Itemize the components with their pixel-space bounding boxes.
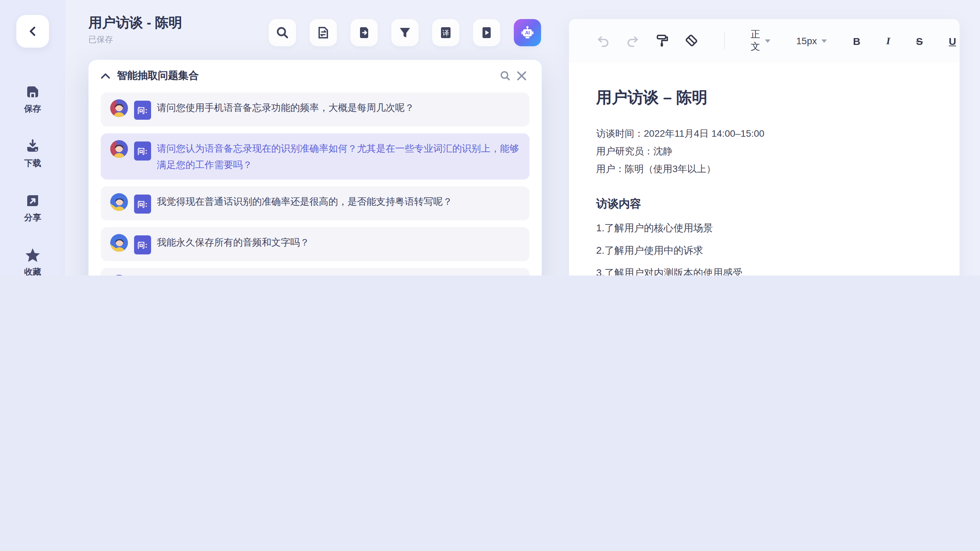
search-icon [275,26,289,40]
document-meta: 访谈时间：2022年11月4日 14:00–15:00用户研究员：沈静用户：陈明… [596,124,932,178]
popup-close-button[interactable] [513,67,530,84]
goal-line: 3.了解用户对内测版本的使用感受 [596,262,932,275]
font-size-dropdown[interactable]: 15px [796,31,827,50]
video-button[interactable] [473,19,500,46]
meta-line: 用户：陈明（使用3年以上） [596,160,932,178]
document-title: 用户访谈 – 陈明 [596,87,932,108]
filter-icon [398,26,412,40]
question-avatar [110,99,128,117]
document-arrow-icon [357,26,371,40]
export-button[interactable] [350,19,378,46]
popup-title: 智能抽取问题集合 [117,69,497,82]
ai-robot-icon: AI [520,25,535,40]
strikethrough-button[interactable]: S [916,31,923,50]
undo-icon [596,35,610,47]
sidebar-item-save[interactable]: 保存 [0,84,65,115]
undo-button[interactable] [596,31,610,50]
sidebar-item-label: 保存 [24,103,41,115]
document-exchange-icon [317,26,330,40]
top-toolbar: 译 AI [269,19,541,46]
star-icon [24,248,41,263]
sidebar-item-download[interactable]: 下载 [0,139,65,169]
sidebar-item-share[interactable]: 分享 [0,193,65,224]
question-text: 请问您认为语音备忘录现在的识别准确率如何？尤其是在一些专业词汇的识别上，能够满足… [157,140,520,173]
document-body[interactable]: 用户访谈 – 陈明 访谈时间：2022年11月4日 14:00–15:00用户研… [569,63,959,275]
bold-button[interactable]: B [853,31,861,50]
question-avatar [110,140,128,158]
search-button[interactable] [269,19,296,46]
question-text: 请问您使用手机语音备忘录功能的频率，大概是每周几次呢？ [157,99,414,116]
question-avatar [110,275,128,275]
app-window: 保存 下载 分享 收藏 ? 用户访谈 - 陈明 已保存 [0,0,980,275]
underline-button[interactable]: U [949,31,956,50]
collapse-chevron-up-icon[interactable] [101,73,110,79]
question-collection-popup: 智能抽取问题集合 问: 请问您使用手机语音备忘录功能的频率，大概是每周几次呢？ … [89,60,542,275]
section-heading: 访谈内容 [596,197,932,211]
question-list: 问: 请问您使用手机语音备忘录功能的频率，大概是每周几次呢？ 问: 请问您认为语… [89,91,542,275]
ai-assistant-button[interactable]: AI [514,19,541,46]
goal-line: 2.了解用户使用中的诉求 [596,240,932,262]
italic-button[interactable]: I [886,31,890,50]
sidebar-item-label: 下载 [24,158,41,169]
back-button[interactable] [16,15,49,48]
sidebar: 保存 下载 分享 收藏 ? [0,0,65,275]
chevron-left-icon [28,27,37,36]
svg-text:译: 译 [442,29,449,37]
redo-icon [626,35,640,47]
question-badge: 问: [134,235,151,254]
eraser-icon [685,34,698,48]
question-badge: 问: [134,141,151,160]
translate-icon: 译 [439,26,453,40]
sidebar-item-label: 分享 [24,212,41,224]
retranscribe-button[interactable] [310,19,337,46]
question-badge: 问: [134,101,151,120]
question-list-item[interactable]: 问: 我能永久保存所有的音频和文字吗？ [101,227,530,261]
popup-header: 智能抽取问题集合 [89,60,542,91]
popup-search-button[interactable] [497,67,513,84]
question-list-item[interactable]: 问: 我觉得现在普通话识别的准确率还是很高的，是否能支持粤语转写呢？ [101,186,530,221]
redo-button[interactable] [626,31,640,50]
question-text: 我觉得现在普通话识别的准确率还是很高的，是否能支持粤语转写呢？ [157,193,452,210]
question-list-item[interactable]: 问: 请问您使用手机语音备忘录功能的频率，大概是每周几次呢？ [101,92,530,127]
meta-line: 用户研究员：沈静 [596,142,932,160]
question-text: 我能永久保存所有的音频和文字吗？ [157,234,309,250]
video-play-icon [480,26,493,40]
download-icon [25,139,40,154]
page-title: 用户访谈 - 陈明 [89,14,182,32]
search-icon [499,70,511,81]
close-icon [516,70,527,81]
filter-button[interactable] [391,19,418,46]
svg-text:AI: AI [525,30,530,35]
save-status: 已保存 [89,34,113,46]
question-avatar [110,193,128,211]
sidebar-item-favorite[interactable]: 收藏 [0,248,65,275]
question-avatar [110,234,128,252]
save-icon [25,84,40,99]
question-badge: 问: [134,195,151,214]
editor-toolbar: 正文 15px B I S U [569,19,959,63]
sidebar-item-label: 收藏 [24,267,41,275]
interview-goals-list: 1.了解用户的核心使用场景2.了解用户使用中的诉求3.了解用户对内测版本的使用感… [596,217,932,275]
question-text: 您对语音备忘录功能还有什么建议呢？ [157,275,319,275]
format-painter-button[interactable] [656,31,668,50]
format-painter-icon [656,34,668,48]
document-panel: 正文 15px B I S U 用户访谈 – 陈明 访谈时间：2022年11月4… [569,19,959,275]
translate-button[interactable]: 译 [432,19,460,46]
paragraph-style-dropdown[interactable]: 正文 [751,31,770,50]
chevron-down-icon [822,39,827,43]
question-list-item[interactable]: 问: 您对语音备忘录功能还有什么建议呢？ [101,268,530,275]
share-icon [25,193,40,208]
clear-format-button[interactable] [685,31,698,50]
question-list-item[interactable]: 问: 请问您认为语音备忘录现在的识别准确率如何？尤其是在一些专业词汇的识别上，能… [101,133,530,179]
goal-line: 1.了解用户的核心使用场景 [596,217,932,240]
chevron-down-icon [765,39,770,43]
meta-line: 访谈时间：2022年11月4日 14:00–15:00 [596,124,932,142]
